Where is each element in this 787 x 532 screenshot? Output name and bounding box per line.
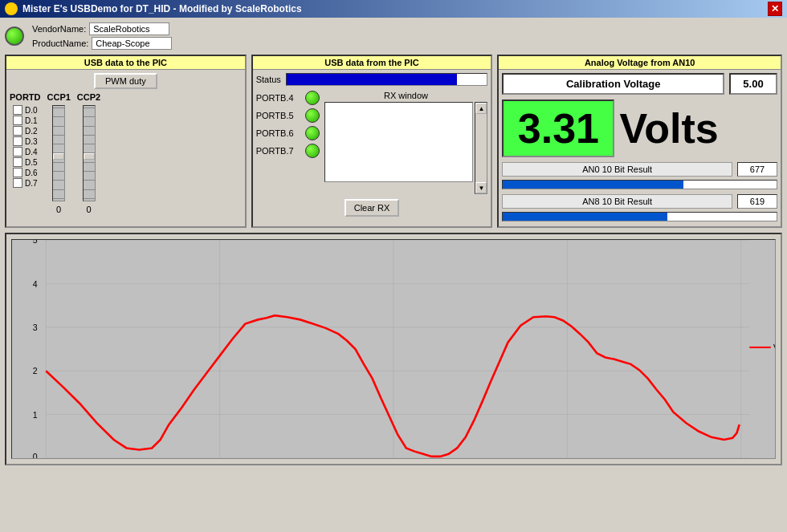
window-title: Mister E's USBDemo for DT_HID - Modified…: [22, 3, 302, 14]
status-progress-fill: [287, 74, 457, 85]
vendor-name-label: VendorName:: [32, 24, 86, 34]
connection-status-light: [5, 26, 24, 46]
svg-text:3: 3: [33, 323, 38, 332]
bit-d2-label: D.2: [25, 127, 38, 136]
voltage-reading: 3.31: [502, 99, 614, 157]
svg-text:1: 1: [33, 410, 38, 420]
svg-text:Volts: Volts: [773, 343, 775, 352]
svg-text:5: 5: [33, 240, 38, 245]
vendor-name-value: ScaleRobotics: [89, 22, 169, 35]
calibration-label: Calibration Voltage: [502, 73, 724, 95]
portb5-led: [305, 108, 320, 123]
bit-d3-label: D.3: [25, 137, 38, 146]
bit-d7-checkbox[interactable]: [13, 178, 22, 188]
status-label: Status: [256, 75, 281, 84]
an8-value: 619: [737, 194, 777, 209]
bit-d0-checkbox[interactable]: [13, 105, 22, 115]
vendor-info: VendorName: ScaleRobotics ProductName: C…: [32, 22, 172, 50]
calibration-row: Calibration Voltage 5.00: [502, 73, 777, 95]
portb4-label: PORTB.4: [256, 93, 300, 103]
voltage-unit: Volts: [619, 104, 718, 152]
status-progress-bar: [286, 73, 488, 86]
svg-text:0: 0: [33, 452, 38, 458]
an8-result-row: AN8 10 Bit Result 619: [502, 194, 777, 209]
portb5-label: PORTB.5: [256, 111, 300, 120]
title-bar: Mister E's USBDemo for DT_HID - Modified…: [0, 0, 787, 18]
ccp1-slider[interactable]: [52, 105, 65, 201]
chart-svg: 5 4 3 2 1 0 Volts: [12, 240, 775, 458]
bit-d7-label: D.7: [25, 179, 38, 188]
bit-d0-label: D.0: [25, 106, 38, 115]
product-name-label: ProductName:: [32, 39, 88, 48]
bit-d6-label: D.6: [25, 169, 38, 177]
usb-to-pic-panel: USB data to the PIC PWM duty PORTD D.0 D…: [5, 55, 247, 228]
portb7-led: [305, 144, 320, 158]
portb6-label: PORTB.6: [256, 128, 300, 138]
voltage-waveform: [46, 315, 739, 457]
an0-bar-fill: [503, 181, 683, 189]
chart-section: 5 4 3 2 1 0 Volts: [5, 233, 782, 465]
chart-area: 5 4 3 2 1 0 Volts: [11, 239, 776, 459]
svg-text:4: 4: [33, 279, 38, 289]
bit-d2-checkbox[interactable]: [13, 126, 22, 136]
portb6-row: PORTB.6: [256, 126, 320, 140]
bit-d4-checkbox[interactable]: [13, 147, 22, 156]
voltage-display: 3.31 Volts: [502, 99, 777, 157]
ccp2-slider[interactable]: [83, 105, 96, 201]
portb4-led: [305, 91, 320, 105]
scroll-up-button[interactable]: ▲: [475, 103, 487, 114]
usb-from-pic-title: USB data from the PIC: [253, 56, 491, 70]
svg-text:2: 2: [33, 366, 38, 376]
bit-d3-checkbox[interactable]: [13, 136, 22, 146]
an0-bar-row: [502, 180, 777, 189]
an0-value: 677: [737, 162, 777, 177]
an0-result-row: AN0 10 Bit Result 677: [502, 162, 777, 177]
portb5-row: PORTB.5: [256, 108, 320, 123]
analog-voltage-panel: Analog Voltage from AN10 Calibration Vol…: [497, 55, 782, 228]
an8-bar-row: [502, 212, 777, 221]
top-section: VendorName: ScaleRobotics ProductName: C…: [5, 22, 782, 50]
close-button[interactable]: ✕: [768, 2, 782, 16]
portd-bits: D.0 D.1 D.2 D.3 D.4 D.5 D.6 D.7: [13, 105, 38, 188]
analog-results: AN0 10 Bit Result 677 AN8 10 Bit Result …: [502, 162, 777, 223]
bit-d1-checkbox[interactable]: [13, 116, 22, 125]
panels-row: USB data to the PIC PWM duty PORTD D.0 D…: [5, 55, 782, 228]
bit-d1-label: D.1: [25, 116, 38, 125]
rx-window-label: RX window: [324, 91, 488, 100]
portb7-row: PORTB.7: [256, 144, 320, 158]
analog-voltage-title: Analog Voltage from AN10: [499, 56, 781, 70]
portb6-led: [305, 126, 320, 140]
product-name-value: Cheap-Scope: [92, 37, 172, 50]
portb4-row: PORTB.4: [256, 91, 320, 105]
ccp2-value: 0: [86, 205, 91, 214]
bit-d6-checkbox[interactable]: [13, 168, 22, 177]
bit-d4-label: D.4: [25, 148, 38, 156]
portd-label: PORTD: [10, 92, 41, 102]
app-icon: [5, 2, 18, 15]
usb-to-pic-title: USB data to the PIC: [6, 56, 245, 70]
calibration-value: 5.00: [729, 73, 777, 95]
ccp2-group: CCP2 0: [77, 92, 100, 214]
an0-label: AN0 10 Bit Result: [502, 162, 732, 177]
clear-rx-button[interactable]: Clear RX: [345, 199, 400, 217]
bit-d5-checkbox[interactable]: [13, 157, 22, 167]
main-content: VendorName: ScaleRobotics ProductName: C…: [0, 18, 787, 532]
pwm-duty-button[interactable]: PWM duty: [94, 73, 157, 89]
an8-bar-fill: [503, 213, 667, 221]
usb-from-pic-panel: USB data from the PIC Status PORTB.4: [251, 55, 493, 228]
ccp1-value: 0: [56, 205, 61, 214]
portb-rows: PORTB.4 PORTB.5 PORTB.6 PORTB.7: [256, 91, 320, 194]
scroll-down-button[interactable]: ▼: [475, 182, 487, 193]
portb7-label: PORTB.7: [256, 146, 300, 156]
rx-textarea[interactable]: [324, 102, 474, 182]
rx-scrollbar[interactable]: ▲ ▼: [475, 102, 487, 194]
bit-d5-label: D.5: [25, 158, 38, 167]
ccp2-label: CCP2: [77, 92, 100, 102]
ccp1-label: CCP1: [47, 92, 71, 102]
ccp1-group: CCP1 0: [47, 92, 71, 214]
an8-label: AN8 10 Bit Result: [502, 194, 732, 209]
